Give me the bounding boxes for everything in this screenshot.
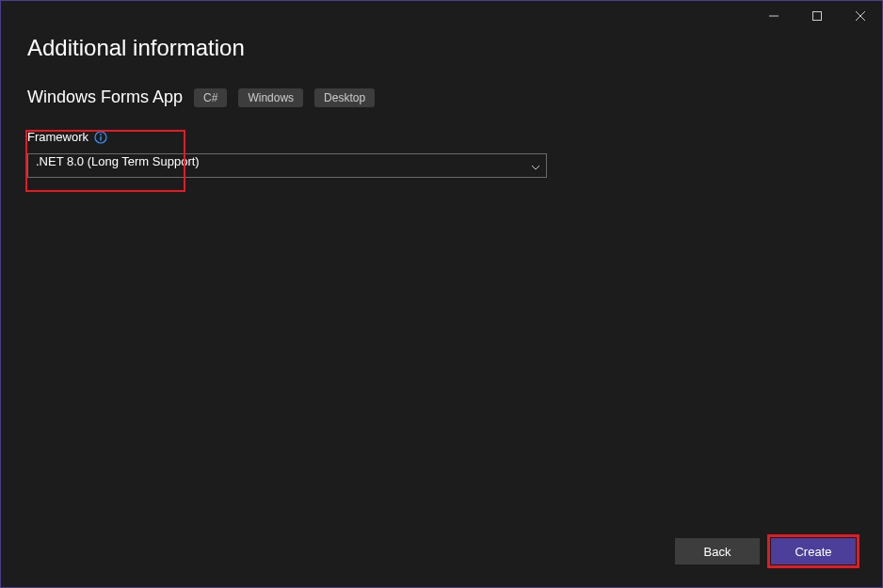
framework-selected-value: .NET 8.0 (Long Term Support): [36, 154, 200, 168]
close-icon: [856, 11, 865, 21]
info-icon[interactable]: [94, 131, 107, 144]
framework-select[interactable]: .NET 8.0 (Long Term Support): [27, 153, 547, 178]
tag-windows: Windows: [238, 88, 303, 107]
minimize-icon: [769, 11, 779, 21]
tag-desktop: Desktop: [314, 88, 375, 107]
svg-rect-6: [100, 136, 101, 141]
template-row: Windows Forms App C# Windows Desktop: [27, 87, 856, 107]
close-button[interactable]: [839, 1, 882, 31]
footer: Back Create: [675, 534, 859, 568]
title-bar: [1, 1, 882, 31]
framework-select-wrapper: .NET 8.0 (Long Term Support): [27, 153, 547, 178]
framework-section: Framework .NET 8.0 (Long Term Support): [27, 130, 856, 178]
back-button[interactable]: Back: [675, 538, 760, 564]
maximize-icon: [812, 11, 822, 21]
svg-rect-1: [813, 12, 822, 21]
svg-point-5: [100, 134, 102, 135]
maximize-button[interactable]: [795, 1, 839, 31]
tag-csharp: C#: [194, 88, 227, 107]
framework-label: Framework: [27, 130, 88, 144]
create-button[interactable]: Create: [771, 538, 856, 564]
page-title: Additional information: [27, 35, 856, 61]
template-name: Windows Forms App: [27, 87, 183, 107]
minimize-button[interactable]: [752, 1, 795, 31]
